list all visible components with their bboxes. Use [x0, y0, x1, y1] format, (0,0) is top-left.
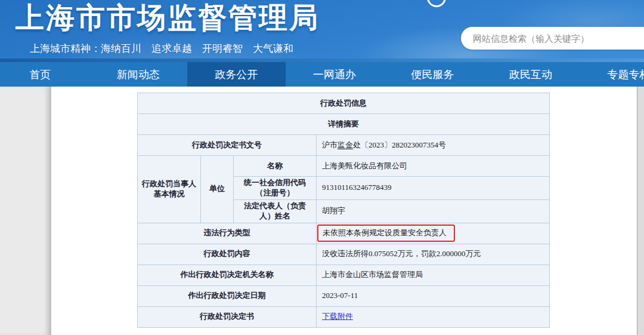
decision-date-label: 作出行政处罚决定日期 [138, 285, 317, 306]
decision-doc-value: 下载附件 [317, 306, 550, 327]
doc-no-value: 沪市监金处〔2023〕282023007354号 [317, 135, 550, 156]
table-row: 违法行为类型 未依照本条例规定设质量安全负责人 [138, 223, 550, 244]
table-row: 行政处罚信息 [138, 93, 550, 114]
nav-tab-gov-affairs[interactable]: 政务公开 [187, 62, 286, 87]
party-legal-rep-value: 胡翔宇 [317, 199, 550, 223]
party-uscc-label: 统一社会信用代码（注册号） [234, 177, 317, 200]
party-type-label: 单位 [201, 156, 234, 223]
table-row: 行政处罚决定书 下载附件 [138, 306, 550, 327]
authority-label: 作出行政处罚决定机关名称 [138, 265, 317, 285]
page-left-margin [0, 87, 51, 335]
nav-tab-one-stop-services[interactable]: 一网通办 [286, 62, 384, 87]
search-input[interactable] [461, 27, 644, 50]
doc-no-label: 行政处罚决定书文号 [138, 135, 317, 156]
main-nav: 首页 新闻动态 政务公开 一网通办 便民服务 政民互动 专题专栏 [0, 62, 644, 87]
doc-no-suffix: 处〔2023〕282023007354号 [353, 140, 446, 149]
site-search [461, 27, 644, 50]
table-row: 行政处罚内容 没收违法所得0.075052万元，罚款2.000000万元 [138, 244, 550, 265]
violation-type-label: 违法行为类型 [138, 223, 317, 244]
party-group-label: 行政处罚当事人基本情况 [138, 156, 201, 223]
table-row: 详情摘要 [138, 114, 550, 135]
doc-no-prefix: 沪市 [322, 140, 338, 149]
nav-tab-home[interactable]: 首页 [0, 62, 89, 87]
violation-highlight-box: 未依照本条例规定设质量安全负责人 [317, 225, 455, 242]
partial-circle-icon [427, 0, 446, 7]
table-row: 行政处罚决定书文号 沪市监金处〔2023〕282023007354号 [138, 135, 550, 156]
penalty-info-table: 行政处罚信息 详情摘要 行政处罚决定书文号 沪市监金处〔2023〕2820230… [137, 93, 550, 328]
download-attachment-link[interactable]: 下载附件 [322, 312, 353, 321]
nav-tab-public-services[interactable]: 便民服务 [383, 62, 482, 87]
party-uscc-value: 913101163246778439 [317, 177, 550, 200]
table-row: 行政处罚当事人基本情况 单位 名称 上海美甄化妆品有限公司 [138, 156, 550, 177]
nav-tab-news[interactable]: 新闻动态 [89, 62, 188, 87]
table-row: 作出行政处罚决定日期 2023-07-11 [138, 285, 550, 306]
nav-tab-interaction[interactable]: 政民互动 [482, 62, 580, 87]
decision-date-value: 2023-07-11 [317, 285, 550, 306]
site-title: 上海市市场监督管理局 [16, 0, 320, 37]
nav-tab-special-topics[interactable]: 专题专栏 [580, 62, 644, 87]
table-subtitle: 详情摘要 [138, 114, 550, 135]
violation-type-value: 未依照本条例规定设质量安全负责人 [317, 223, 550, 244]
decision-doc-label: 行政处罚决定书 [138, 306, 317, 327]
authority-value: 上海市金山区市场监督管理局 [317, 265, 550, 285]
party-name-label: 名称 [234, 156, 317, 177]
doc-no-underlined: 监金 [338, 140, 353, 149]
party-name-value: 上海美甄化妆品有限公司 [317, 156, 550, 177]
table-title: 行政处罚信息 [138, 93, 550, 114]
site-header: 上海市市场监督管理局 上海城市精神：海纳百川 追求卓越 开明睿智 大气谦和 [0, 0, 644, 59]
penalty-content-value: 没收违法所得0.075052万元，罚款2.000000万元 [317, 244, 550, 265]
table-row: 作出行政处罚决定机关名称 上海市金山区市场监督管理局 [138, 265, 550, 285]
party-legal-rep-label: 法定代表人（负责人）姓名 [234, 199, 317, 223]
city-spirit-motto: 上海城市精神：海纳百川 追求卓越 开明睿智 大气谦和 [30, 42, 293, 56]
penalty-content-label: 行政处罚内容 [138, 244, 317, 265]
scrollbar[interactable] [637, 87, 644, 335]
